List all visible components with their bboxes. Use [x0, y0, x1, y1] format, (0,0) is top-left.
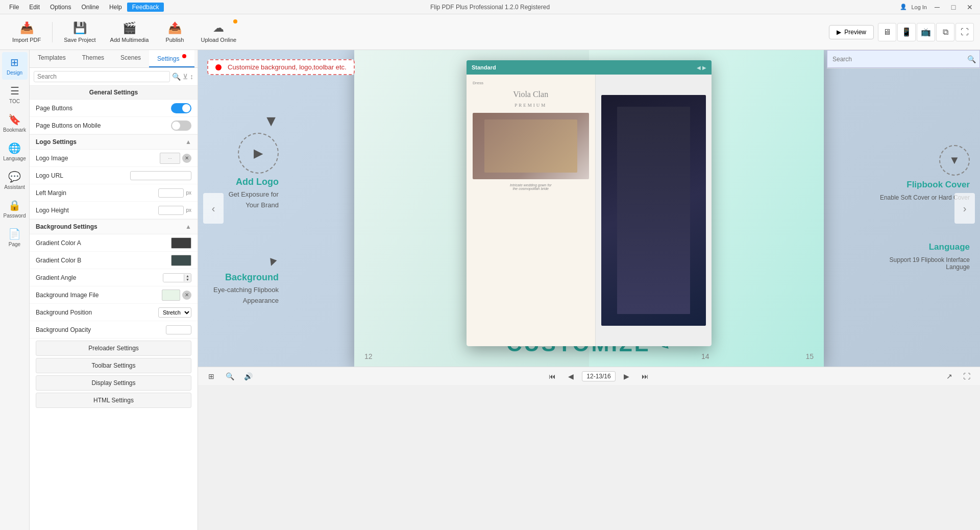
publish-icon: 📤	[168, 21, 182, 35]
view-tablet-portrait[interactable]: 📱	[897, 23, 916, 41]
menu-options[interactable]: Options	[45, 3, 76, 12]
tab-bar: Templates Themes Scenes Settings	[30, 50, 198, 68]
language-label: Language	[3, 156, 26, 161]
background-image-clear[interactable]: ✕	[182, 291, 191, 300]
sidebar-item-page[interactable]: 📄 Page	[2, 224, 28, 251]
page-14-number: 14	[701, 352, 709, 360]
left-margin-unit: px	[186, 190, 191, 196]
share-button[interactable]: ↗	[942, 369, 957, 383]
logo-image-clear[interactable]: ✕	[182, 154, 191, 163]
publish-button[interactable]: 📤 Publish	[157, 18, 192, 46]
book-image	[473, 113, 589, 179]
prev-page-button[interactable]: ◀	[564, 369, 578, 383]
language-title: Language	[868, 242, 970, 252]
toolbar-settings-button[interactable]: Toolbar Settings	[36, 358, 191, 373]
logo-url-input[interactable]	[130, 171, 191, 180]
gradient-color-b-swatch[interactable]	[171, 255, 191, 266]
add-multimedia-button[interactable]: 🎬 Add Multimedia	[104, 18, 155, 46]
sidebar-item-language[interactable]: 🌐 Language	[2, 138, 28, 165]
html-settings-button[interactable]: HTML Settings	[36, 393, 191, 408]
logo-settings-header[interactable]: Logo Settings ▲	[30, 134, 198, 150]
background-opacity-row: Background Opacity 1	[30, 321, 198, 339]
page-buttons-mobile-toggle[interactable]	[171, 121, 191, 131]
bookmark-label: Bookmark	[3, 127, 26, 133]
menu-online[interactable]: Online	[76, 3, 104, 12]
background-settings-label: Background Settings	[36, 223, 97, 230]
sidebar-item-toc[interactable]: ☰ TOC	[2, 81, 28, 108]
menu-feedback[interactable]: Feedback	[127, 3, 164, 12]
expand-icon[interactable]: ↕	[190, 73, 193, 81]
sidebar-item-design[interactable]: ⊞ Design	[2, 52, 28, 80]
book-cover: Standard ◀ ▶ Dress Viola ClanPREMIUM	[467, 60, 712, 346]
logo-image-picker[interactable]: ···	[160, 153, 180, 164]
sidebar-item-password[interactable]: 🔒 Password	[2, 195, 28, 223]
app-title: Flip PDF Plus Professional 1.2.0 Registe…	[430, 4, 550, 11]
book-right-image	[601, 95, 706, 326]
sidebar-item-assistant[interactable]: 💬 Assistant	[2, 166, 28, 194]
grid-view-button[interactable]: ⊞	[204, 369, 218, 383]
background-image-thumb[interactable]	[162, 290, 180, 301]
zoom-in-button[interactable]: 🔍	[223, 369, 237, 383]
tab-scenes[interactable]: Scenes	[112, 50, 149, 67]
gradient-angle-input[interactable]: 30	[163, 274, 184, 282]
save-icon: 💾	[73, 21, 87, 35]
background-settings-header[interactable]: Background Settings ▲	[30, 219, 198, 234]
preloader-settings-button[interactable]: Preloader Settings	[36, 341, 191, 356]
header-search-icon[interactable]: 🔍	[967, 55, 976, 63]
preview-icon: ▶	[837, 29, 841, 36]
maximize-button[interactable]: □	[947, 1, 960, 13]
tab-settings[interactable]: Settings	[149, 50, 194, 67]
logo-height-input[interactable]: 40	[158, 206, 184, 215]
add-logo-arrow: ▼	[263, 112, 279, 130]
background-image-control: ✕	[162, 290, 191, 301]
page-buttons-toggle[interactable]	[171, 103, 191, 113]
import-label: Import PDF	[12, 37, 41, 43]
background-position-select[interactable]: Stretch Center Tile	[158, 307, 191, 318]
menu-bar: File Edit Options Online Help Feedback	[4, 3, 164, 12]
nav-prev-button[interactable]: ‹	[203, 193, 224, 224]
logo-image-label: Logo Image	[36, 155, 160, 162]
close-button[interactable]: ✕	[964, 1, 976, 13]
view-landscape[interactable]: 📺	[917, 23, 935, 41]
header-search-input[interactable]	[827, 50, 980, 68]
last-page-button[interactable]: ⏭	[638, 369, 652, 383]
gradient-color-a-swatch[interactable]	[171, 237, 191, 249]
nav-next-button[interactable]: ›	[954, 193, 975, 224]
view-split[interactable]: ⧉	[936, 23, 954, 41]
logo-height-unit: px	[186, 207, 191, 213]
upload-online-button[interactable]: ☁ Upload Online	[194, 18, 242, 46]
tab-templates[interactable]: Templates	[30, 50, 74, 67]
left-margin-input[interactable]: 0	[158, 188, 184, 198]
gradient-angle-up[interactable]: ▲	[184, 274, 191, 278]
menu-edit[interactable]: Edit	[24, 3, 45, 12]
page-right-number: 15	[805, 352, 814, 360]
login-label[interactable]: Log In	[911, 4, 927, 10]
background-opacity-input[interactable]: 1	[166, 325, 191, 334]
minimize-button[interactable]: ─	[931, 1, 943, 13]
flipbook-cover-title: Flipbook Cover	[868, 180, 970, 190]
preview-button[interactable]: ▶ Preview	[829, 25, 874, 39]
search-input[interactable]	[34, 71, 170, 82]
search-icon[interactable]: 🔍	[172, 73, 181, 81]
display-settings-button[interactable]: Display Settings	[36, 375, 191, 391]
sound-button[interactable]: 🔊	[241, 369, 255, 383]
left-margin-row: Left Margin 0 px	[30, 184, 198, 202]
sidebar-item-bookmark[interactable]: 🔖 Bookmark	[2, 109, 28, 137]
next-page-button[interactable]: ▶	[620, 369, 634, 383]
background-opacity-control: 1	[166, 325, 191, 334]
tab-themes[interactable]: Themes	[74, 50, 112, 67]
view-fullscreen[interactable]: ⛶	[955, 23, 974, 41]
menu-help[interactable]: Help	[104, 3, 127, 12]
publish-label: Publish	[165, 37, 184, 43]
menu-file[interactable]: File	[4, 3, 24, 12]
import-pdf-button[interactable]: 📥 Import PDF	[6, 18, 47, 46]
page-icon: 📄	[8, 228, 21, 240]
fullscreen-button[interactable]: ⛶	[960, 369, 974, 383]
view-desktop[interactable]: 🖥	[878, 23, 896, 41]
filter-icon[interactable]: ⊻	[183, 73, 188, 81]
gradient-angle-label: Gradient Angle	[36, 274, 163, 281]
save-project-button[interactable]: 💾 Save Project	[58, 18, 102, 46]
gradient-angle-down[interactable]: ▼	[184, 278, 191, 281]
page-buttons-mobile-control	[171, 121, 191, 131]
first-page-button[interactable]: ⏮	[545, 369, 559, 383]
